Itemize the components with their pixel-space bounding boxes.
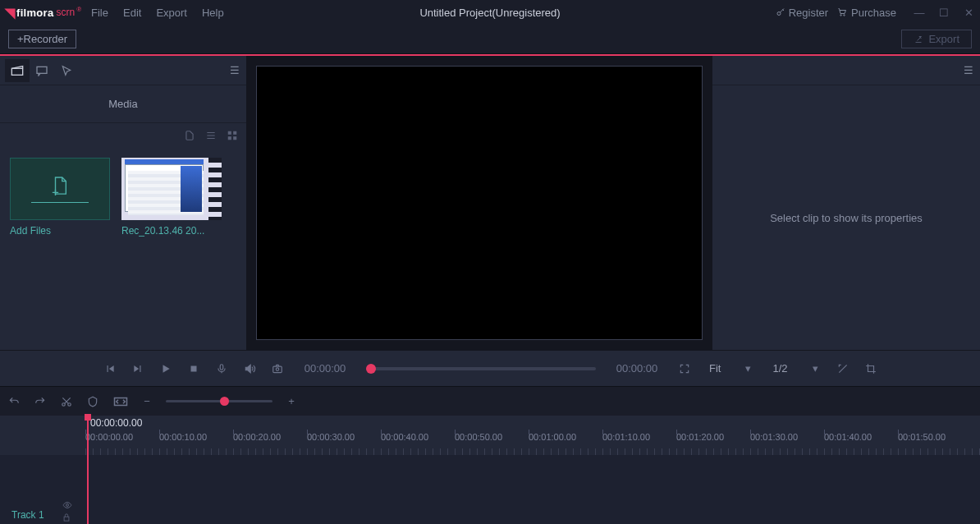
export-button[interactable]: Export	[901, 30, 972, 48]
playback-scrubber[interactable]	[366, 367, 596, 370]
ruler-tick: 00:00:50.00	[455, 432, 529, 448]
add-files-tile[interactable]: Add Files	[10, 158, 110, 237]
playhead-time: 00:00:00.00	[90, 417, 142, 429]
ruler-tick: 00:01:50.00	[898, 432, 972, 448]
close-button[interactable]: ✕	[962, 7, 975, 19]
clapper-icon	[11, 65, 24, 76]
redo-button[interactable]	[34, 396, 49, 407]
panel-menu-icon[interactable]: ☰	[230, 64, 240, 76]
track-visibility-icon[interactable]	[62, 501, 72, 509]
title-bar: ◥ filmora scrn ® File Edit Export Help U…	[0, 0, 980, 25]
preview-area	[246, 56, 712, 350]
timeline-tracks[interactable]: Track 1	[0, 455, 980, 524]
crop-button[interactable]	[858, 356, 884, 382]
window-controls: — ☐ ✕	[913, 7, 975, 19]
ruler-tick: 00:00:30.00	[307, 432, 381, 448]
zoom-in-button[interactable]: +	[284, 395, 299, 407]
svg-point-16	[66, 504, 69, 507]
cursor-tab[interactable]	[54, 59, 79, 82]
menu-edit[interactable]: Edit	[123, 7, 141, 19]
fullscreen-button[interactable]	[671, 356, 698, 382]
snapshot-button[interactable]	[264, 356, 291, 382]
svg-rect-8	[233, 136, 236, 140]
media-tabs: ☰	[0, 56, 246, 85]
preview-canvas[interactable]	[256, 66, 703, 340]
add-file-icon	[51, 176, 69, 197]
menu-export[interactable]: Export	[156, 7, 187, 19]
fit-timeline-button[interactable]	[113, 397, 128, 407]
zoom-handle[interactable]	[220, 397, 229, 406]
logo-reg: ®	[76, 6, 81, 13]
svg-point-0	[777, 12, 781, 16]
annotations-tab[interactable]	[30, 59, 54, 82]
panel-menu-icon[interactable]: ☰	[964, 64, 973, 76]
svg-point-1	[840, 15, 842, 16]
media-tab[interactable]	[5, 59, 30, 82]
list-view-icon[interactable]	[205, 130, 217, 141]
current-time: 00:00:00	[299, 362, 351, 375]
ruler-tick: 00:01:30.00	[750, 432, 824, 448]
media-header: Media	[0, 85, 246, 123]
menu-help[interactable]: Help	[202, 7, 224, 19]
ruler-tick: 00:01:10.00	[602, 432, 676, 448]
svg-rect-3	[11, 68, 22, 75]
scrubber-handle[interactable]	[366, 364, 376, 374]
timeline[interactable]: 00:00:00.00 00:00:00.00 00:00:10.00 00:0…	[0, 416, 980, 524]
svg-rect-4	[37, 67, 47, 73]
timeline-ruler[interactable]: 00:00:00.00 00:00:10.00 00:00:20.00 00:0…	[85, 432, 980, 448]
reset-button[interactable]	[830, 356, 856, 382]
purchase-link[interactable]: Purchase	[836, 7, 896, 19]
marker-button[interactable]	[87, 396, 102, 407]
cursor-icon	[61, 65, 72, 76]
new-folder-icon[interactable]	[184, 130, 195, 141]
playhead[interactable]	[87, 416, 89, 524]
volume-button[interactable]	[236, 356, 263, 382]
register-link[interactable]: Register	[776, 7, 828, 19]
grid-view-icon[interactable]	[227, 130, 238, 141]
recorder-button[interactable]: +Recorder	[8, 30, 76, 48]
ruler-tick: 00:01:20.00	[676, 432, 750, 448]
media-panel: ☰ Media Add Files	[0, 56, 246, 350]
quality-select[interactable]: 1/2 ▾	[772, 362, 817, 375]
fit-select[interactable]: Fit ▾	[709, 362, 751, 375]
media-clip[interactable]: Rec_20.13.46 20...	[121, 158, 222, 237]
play-button[interactable]	[153, 356, 179, 382]
playback-bar: 00:00:00 00:00:00 Fit ▾ 1/2 ▾	[0, 350, 980, 386]
zoom-slider[interactable]	[166, 400, 272, 402]
clip-label: Rec_20.13.46 20...	[121, 225, 222, 237]
logo-icon: ◥	[5, 5, 15, 21]
zoom-toolbar: − +	[0, 386, 980, 416]
annotation-icon	[35, 65, 48, 76]
svg-rect-17	[64, 517, 69, 521]
voiceover-button[interactable]	[208, 356, 235, 382]
next-frame-button[interactable]	[125, 356, 151, 382]
svg-rect-6	[233, 131, 236, 135]
stop-button[interactable]	[181, 356, 207, 382]
logo-suffix: scrn	[56, 7, 75, 18]
track-label[interactable]: Track 1	[11, 509, 44, 521]
svg-rect-10	[220, 364, 223, 369]
track-lock-icon[interactable]	[62, 513, 72, 522]
undo-button[interactable]	[8, 396, 23, 407]
maximize-button[interactable]: ☐	[937, 7, 950, 19]
svg-point-2	[844, 15, 845, 16]
add-files-thumb[interactable]	[10, 158, 110, 220]
ruler-tick: 00:01:00.00	[529, 432, 602, 448]
svg-rect-5	[228, 131, 231, 135]
main-menu: File Edit Export Help	[91, 7, 224, 19]
menu-file[interactable]: File	[91, 7, 108, 19]
svg-point-12	[276, 367, 279, 370]
export-icon	[914, 34, 923, 44]
properties-tabs: ☰	[712, 56, 980, 85]
clip-thumbnail[interactable]	[121, 158, 222, 220]
svg-rect-7	[228, 136, 231, 140]
main-area: ☰ Media Add Files	[0, 56, 980, 350]
chevron-down-icon: ▾	[813, 362, 818, 375]
cut-button[interactable]	[61, 396, 76, 407]
ruler-tick: 00:00:20.00	[233, 432, 307, 448]
ruler-tick: 00:00:00.00	[85, 432, 159, 448]
zoom-out-button[interactable]: −	[140, 395, 154, 407]
total-time: 00:00:00	[611, 362, 663, 375]
prev-frame-button[interactable]	[97, 356, 123, 382]
minimize-button[interactable]: —	[913, 7, 926, 19]
